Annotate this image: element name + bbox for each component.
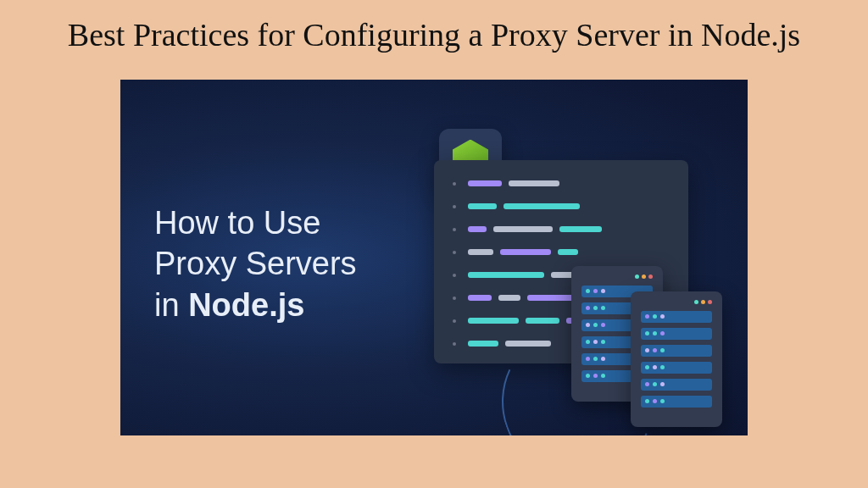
hero-line-1: How to Use bbox=[154, 202, 357, 244]
hero-banner: How to Use Proxy Servers in Node.js bbox=[120, 80, 748, 435]
hero-line-3: in Node.js bbox=[154, 285, 357, 326]
server-card-front bbox=[631, 291, 722, 427]
window-controls-icon bbox=[641, 300, 712, 304]
page-title: Best Practices for Configuring a Proxy S… bbox=[0, 0, 868, 64]
hero-line-2: Proxy Servers bbox=[154, 243, 357, 285]
window-controls-icon bbox=[581, 274, 653, 279]
hero-headline: How to Use Proxy Servers in Node.js bbox=[154, 202, 357, 326]
